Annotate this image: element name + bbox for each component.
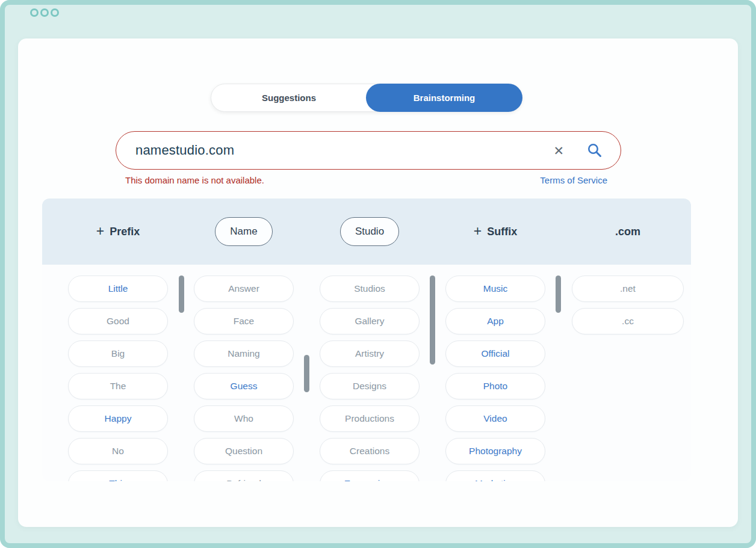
- brainstorm-panel: + Prefix Name Studio + Suffix: [42, 199, 691, 481]
- tld-label[interactable]: .com: [615, 226, 640, 238]
- word-pill[interactable]: Face: [194, 308, 294, 334]
- word-pill[interactable]: Guess: [194, 373, 294, 399]
- word-pill[interactable]: .cc: [572, 308, 684, 334]
- tab-brainstorming[interactable]: Brainstorming: [366, 84, 522, 112]
- word-pill[interactable]: Video: [445, 405, 545, 432]
- word-pill[interactable]: Befriend: [194, 470, 294, 481]
- app-window: Suggestions Brainstorming namestudio.com…: [0, 0, 756, 548]
- window-dot[interactable]: [51, 8, 59, 17]
- name-words-column: AnswerFaceNamingGuessWhoQuestionBefriend: [194, 276, 294, 481]
- word-pill[interactable]: Answer: [194, 276, 294, 302]
- word-pill[interactable]: Who: [194, 405, 294, 432]
- word-pill[interactable]: Creations: [320, 438, 420, 464]
- word-pill[interactable]: Question: [194, 438, 294, 464]
- word-pill[interactable]: Photo: [445, 373, 545, 399]
- scrollbar-thumb[interactable]: [556, 276, 561, 313]
- suffix-column: MusicAppOfficialPhotoVideoPhotographyMar…: [445, 276, 545, 481]
- window-controls: [30, 8, 59, 17]
- terms-of-service-link[interactable]: Terms of Service: [540, 175, 607, 185]
- name-token[interactable]: Name: [215, 217, 272, 246]
- word-pill[interactable]: Gallery: [320, 308, 420, 334]
- word-pill[interactable]: Designs: [320, 373, 420, 399]
- scrollbar-thumb[interactable]: [304, 355, 309, 392]
- availability-error: This domain name is not available.: [125, 175, 264, 185]
- word-pill[interactable]: This: [68, 470, 168, 481]
- suffix-label: Suffix: [487, 226, 517, 238]
- word-pill[interactable]: Good: [68, 308, 168, 334]
- clear-icon[interactable]: ✕: [553, 144, 564, 157]
- studio-words-column: StudiosGalleryArtistryDesignsProductions…: [320, 276, 420, 481]
- word-pill[interactable]: .net: [572, 276, 684, 302]
- plus-icon: +: [96, 224, 104, 238]
- search-icon[interactable]: [587, 143, 603, 158]
- prefix-label: Prefix: [110, 226, 140, 238]
- main-card: Suggestions Brainstorming namestudio.com…: [18, 38, 738, 527]
- word-pill[interactable]: Happy: [68, 405, 168, 432]
- word-pill[interactable]: Little: [68, 276, 168, 302]
- domain-search-box: namestudio.com ✕: [116, 131, 621, 170]
- word-pill[interactable]: Naming: [194, 340, 294, 367]
- plus-icon: +: [474, 224, 482, 238]
- add-prefix-button[interactable]: + Prefix: [96, 225, 140, 239]
- word-pill[interactable]: Music: [445, 276, 545, 302]
- prefix-column: LittleGoodBigTheHappyNoThis: [68, 276, 168, 481]
- word-pill[interactable]: The: [68, 373, 168, 399]
- word-pill[interactable]: Artistry: [320, 340, 420, 367]
- domain-search-input[interactable]: namestudio.com: [135, 143, 553, 158]
- builder-header: + Prefix Name Studio + Suffix: [42, 199, 691, 265]
- word-pill[interactable]: Photography: [445, 438, 545, 464]
- add-suffix-button[interactable]: + Suffix: [474, 225, 517, 239]
- word-pill[interactable]: No: [68, 438, 168, 464]
- tld-column: .net.cc: [572, 276, 684, 334]
- word-pill[interactable]: Expressions: [320, 470, 420, 481]
- tab-switcher: Suggestions Brainstorming: [211, 84, 522, 112]
- scrollbar-thumb[interactable]: [179, 276, 184, 313]
- word-pill[interactable]: App: [445, 308, 545, 334]
- word-pill[interactable]: Marketing: [445, 470, 545, 481]
- window-dot[interactable]: [30, 8, 39, 17]
- scrollbar-thumb[interactable]: [430, 276, 435, 365]
- tab-suggestions[interactable]: Suggestions: [211, 84, 367, 111]
- word-pill[interactable]: Big: [68, 340, 168, 367]
- window-dot[interactable]: [40, 8, 49, 17]
- word-pill[interactable]: Studios: [320, 276, 420, 302]
- studio-token[interactable]: Studio: [340, 217, 399, 246]
- word-pill[interactable]: Productions: [320, 405, 420, 432]
- word-pill[interactable]: Official: [445, 340, 545, 367]
